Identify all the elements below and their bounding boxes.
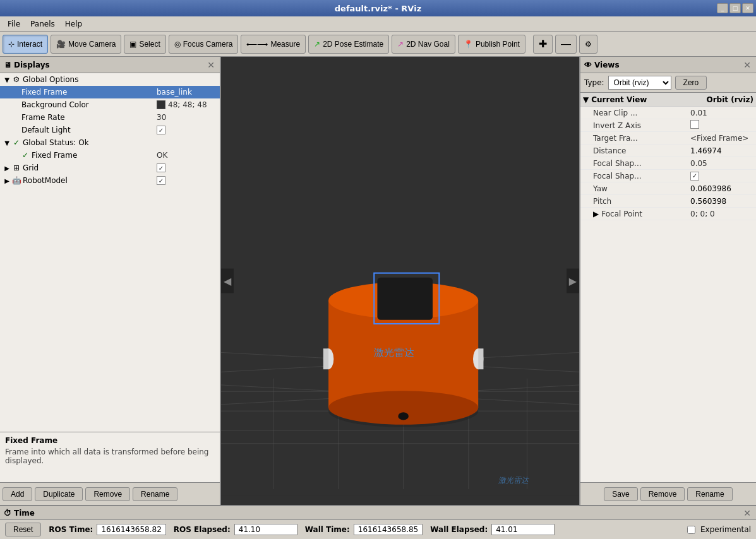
pose-label: 2D Pose Estimate [323, 40, 383, 49]
focal-point-label: Focal Point [601, 210, 690, 218]
background-color-label: Background Color [20, 100, 157, 109]
fixed-frame-value: base_link [157, 88, 220, 97]
svg-rect-19 [323, 348, 328, 369]
views-pitch: Pitch 0.560398 [580, 195, 756, 208]
viewport-left-arrow[interactable]: ◀ [221, 269, 234, 293]
add-display-button[interactable]: Add [3, 487, 32, 501]
robot-model-checkbox[interactable]: ✓ [157, 176, 165, 185]
focal-point-expand-icon: ▶ [593, 210, 599, 218]
robot-model-icon: 🤖 [11, 176, 21, 185]
viewport[interactable]: 激光雷达 ◀ ▶ 激光雷达 [221, 57, 579, 505]
3d-scene: 激光雷达 [221, 57, 579, 505]
nav-goal-button[interactable]: ↗ 2D Nav Goal [392, 35, 455, 54]
yaw-label: Yaw [593, 184, 690, 193]
type-select[interactable]: Orbit (rviz) [608, 76, 671, 90]
invert-z-value [690, 120, 753, 131]
pose-estimate-button[interactable]: ↗ 2D Pose Estimate [308, 35, 389, 54]
tree-background-color[interactable]: Background Color 48; 48; 48 [0, 98, 220, 111]
views-panel-icon: 👁 [584, 61, 592, 69]
grid-checkbox[interactable]: ✓ [157, 163, 165, 172]
tree-frame-rate[interactable]: Frame Rate 30 [0, 111, 220, 124]
default-light-checkbox[interactable]: ✓ [157, 126, 165, 134]
publish-point-button[interactable]: 📍 Publish Point [458, 35, 525, 54]
time-title: Time [14, 509, 35, 518]
time-panel: ⏱ Time ✕ Reset ROS Time: 1616143658.82 R… [0, 505, 756, 539]
move-camera-button[interactable]: 🎥 Move Camera [51, 35, 121, 54]
views-tree: ▼ Current View Orbit (rviz) Near Clip ..… [580, 93, 756, 482]
select-label: Select [139, 40, 160, 49]
minimize-button[interactable]: _ [717, 3, 728, 13]
views-panel: 👁 Views ✕ Type: Orbit (rviz) Zero ▼ Curr… [579, 57, 756, 505]
views-buttons: Save Remove Rename [580, 482, 756, 505]
global-status-arrow: ▼ [3, 139, 11, 146]
tree-robot-model[interactable]: ▶ 🤖 RobotModel ✓ [0, 174, 220, 187]
save-view-button[interactable]: Save [604, 487, 637, 501]
wall-elapsed-label: Wall Elapsed: [430, 525, 488, 534]
fixed-frame-ok-check: ✓ [20, 151, 30, 160]
tree-global-options[interactable]: ▼ ⚙ Global Options [0, 73, 220, 86]
distance-value: 1.46974 [690, 146, 753, 155]
near-clip-label: Near Clip ... [593, 109, 690, 117]
remove-view-button[interactable]: Remove [640, 487, 685, 501]
displays-header-content: 🖥 Displays [4, 61, 50, 69]
global-options-arrow: ▼ [3, 76, 11, 83]
remove-display-button[interactable]: Remove [85, 487, 130, 501]
focal-shape-checkbox[interactable]: ✓ [690, 172, 699, 181]
pose-icon: ↗ [314, 40, 320, 49]
default-light-label: Default Light [20, 126, 157, 134]
zero-button[interactable]: Zero [675, 76, 707, 90]
measure-button[interactable]: ⟵⟶ Measure [241, 35, 306, 54]
current-view-header[interactable]: ▼ Current View Orbit (rviz) [580, 93, 756, 107]
maximize-button[interactable]: □ [729, 3, 741, 13]
settings-button[interactable]: ⚙ [579, 35, 597, 54]
menu-file[interactable]: File [3, 18, 25, 30]
bg-color-swatch [157, 100, 165, 109]
cursor-icon: ⊹ [8, 40, 15, 49]
nav-icon: ↗ [397, 40, 404, 49]
add-button[interactable]: ✚ [533, 35, 553, 54]
svg-text:激光雷达: 激光雷达 [374, 346, 414, 358]
views-invert-z: Invert Z Axis [580, 119, 756, 132]
yaw-value: 0.0603986 [690, 184, 753, 193]
tree-global-status[interactable]: ▼ ✓ Global Status: Ok [0, 136, 220, 149]
focus-camera-button[interactable]: ◎ Focus Camera [169, 35, 239, 54]
menu-panels[interactable]: Panels [25, 18, 60, 30]
remove-button-toolbar[interactable]: — [555, 35, 577, 54]
window-controls: _ □ ✕ [717, 3, 753, 13]
displays-buttons: Add Duplicate Remove Rename [0, 482, 220, 505]
viewport-right-arrow[interactable]: ▶ [567, 269, 579, 293]
time-header-content: ⏱ Time [4, 509, 35, 518]
pitch-label: Pitch [593, 197, 690, 206]
wall-elapsed-field: Wall Elapsed: 41.01 [430, 524, 555, 535]
global-options-label: Global Options [21, 75, 220, 84]
time-content: Reset ROS Time: 1616143658.82 ROS Elapse… [0, 520, 756, 539]
move-camera-label: Move Camera [68, 40, 116, 49]
menu-help[interactable]: Help [60, 18, 87, 30]
tree-fixed-frame[interactable]: Fixed Frame base_link [0, 86, 220, 98]
global-options-icon: ⚙ [11, 75, 21, 84]
invert-z-checkbox[interactable] [690, 120, 699, 129]
ros-time-value: 1616143658.82 [97, 524, 165, 535]
robot-model-arrow: ▶ [3, 177, 11, 184]
close-button[interactable]: ✕ [742, 3, 753, 13]
interact-button[interactable]: ⊹ Interact [3, 35, 48, 54]
views-focal-point[interactable]: ▶ Focal Point 0; 0; 0 [580, 208, 756, 220]
views-close-button[interactable]: ✕ [742, 60, 752, 70]
current-view-label: Current View [589, 95, 706, 104]
duplicate-button[interactable]: Duplicate [35, 487, 83, 501]
displays-close-button[interactable]: ✕ [206, 60, 216, 70]
current-view-type: Orbit (rviz) [706, 95, 753, 104]
tree-fixed-frame-ok[interactable]: ✓ Fixed Frame OK [0, 149, 220, 162]
reset-button[interactable]: Reset [5, 523, 41, 536]
time-close-button[interactable]: ✕ [742, 508, 752, 518]
experimental-checkbox[interactable] [687, 526, 695, 534]
focus-camera-label: Focus Camera [183, 40, 233, 49]
camera-icon: 🎥 [56, 40, 66, 49]
tree-default-light[interactable]: Default Light ✓ [0, 124, 220, 136]
tree-grid[interactable]: ▶ ⊞ Grid ✓ [0, 162, 220, 174]
rename-view-button[interactable]: Rename [687, 487, 732, 501]
experimental-label: Experimental [700, 525, 751, 534]
displays-panel-icon: 🖥 [4, 61, 11, 69]
select-button[interactable]: ▣ Select [124, 35, 165, 54]
rename-button[interactable]: Rename [133, 487, 177, 501]
